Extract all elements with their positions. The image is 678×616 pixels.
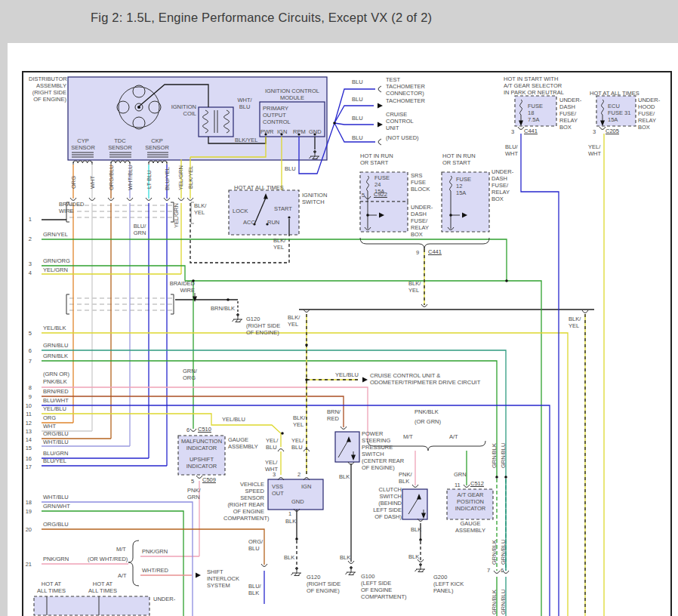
- ignition-switch-box: [229, 190, 299, 235]
- figure-viewer: Fig 2: 1.5L, Engine Performance Circuits…: [0, 0, 678, 616]
- under-dash-relay-box-2: [442, 172, 489, 232]
- under-dash-relay-box-1: [360, 202, 408, 232]
- colored-wires: [42, 89, 604, 616]
- at-gear-indicator-box: [447, 489, 493, 519]
- vehicle-speed-sensor-box: [268, 479, 323, 510]
- gauge-indicator-box: [178, 436, 225, 475]
- power-steering-switch-box: [335, 432, 359, 462]
- braces: [128, 202, 489, 586]
- component-boxes: [34, 77, 636, 615]
- bottom-fuse-box: [34, 596, 149, 615]
- ignition-control-module-box: [260, 102, 325, 137]
- braided-wire-bands: [66, 202, 174, 314]
- srs-fuse-block-box: [360, 172, 408, 202]
- wiring-diagram-svg: [0, 0, 678, 616]
